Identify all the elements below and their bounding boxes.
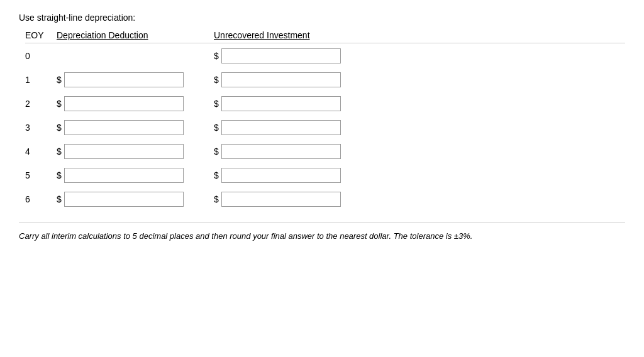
table-row: 1 $ $ <box>25 72 625 87</box>
eoy-label-0: 0 <box>25 51 57 61</box>
unrec-input-4[interactable] <box>221 144 341 159</box>
dollar-sign-unrec-0: $ <box>214 51 219 61</box>
unrec-input-0[interactable] <box>221 48 341 63</box>
eoy-label-4: 4 <box>25 146 57 157</box>
table-row: 3 $ $ <box>25 120 625 135</box>
unrec-input-3[interactable] <box>221 120 341 135</box>
dep-input-5[interactable] <box>64 168 184 183</box>
header-eoy: EOY <box>25 30 57 40</box>
footer-note: Carry all interim calculations to 5 deci… <box>19 222 625 241</box>
dollar-sign-unrec-1: $ <box>214 75 219 85</box>
eoy-label-1: 1 <box>25 75 57 85</box>
unrec-input-group-2: $ <box>214 96 358 111</box>
dep-input-group-2: $ <box>57 96 201 111</box>
eoy-label-3: 3 <box>25 123 57 133</box>
dep-input-group-5: $ <box>57 168 201 183</box>
unrec-input-1[interactable] <box>221 72 341 87</box>
table-row: 2 $ $ <box>25 96 625 111</box>
dollar-sign-unrec-5: $ <box>214 170 219 180</box>
dep-input-1[interactable] <box>64 72 184 87</box>
dep-input-2[interactable] <box>64 96 184 111</box>
header-unrecovered: Unrecovered Investment <box>214 30 358 40</box>
eoy-label-6: 6 <box>25 194 57 204</box>
dep-input-group-3: $ <box>57 120 201 135</box>
unrec-input-group-3: $ <box>214 120 358 135</box>
unrec-input-group-5: $ <box>214 168 358 183</box>
dollar-sign-unrec-4: $ <box>214 146 219 157</box>
unrec-input-group-6: $ <box>214 192 358 207</box>
unrec-input-group-0: $ <box>214 48 358 63</box>
dollar-sign-dep-5: $ <box>57 170 62 180</box>
dep-input-group-1: $ <box>57 72 201 87</box>
table-row: 4 $ $ <box>25 144 625 159</box>
dep-input-group-4: $ <box>57 144 201 159</box>
dep-input-3[interactable] <box>64 120 184 135</box>
header-depreciation: Depreciation Deduction <box>57 30 201 40</box>
dollar-sign-dep-2: $ <box>57 99 62 109</box>
table-row: 6 $ $ <box>25 192 625 207</box>
dollar-sign-unrec-2: $ <box>214 99 219 109</box>
unrec-input-group-4: $ <box>214 144 358 159</box>
dollar-sign-unrec-3: $ <box>214 123 219 133</box>
depreciation-table: EOY Depreciation Deduction Unrecovered I… <box>25 30 625 207</box>
table-row: 5 $ $ <box>25 168 625 183</box>
dep-input-6[interactable] <box>64 192 184 207</box>
unrec-input-6[interactable] <box>221 192 341 207</box>
instruction-text: Use straight-line depreciation: <box>19 13 625 23</box>
dollar-sign-dep-4: $ <box>57 146 62 157</box>
dollar-sign-dep-3: $ <box>57 123 62 133</box>
dollar-sign-dep-6: $ <box>57 194 62 204</box>
unrec-input-2[interactable] <box>221 96 341 111</box>
dollar-sign-dep-1: $ <box>57 75 62 85</box>
dep-input-4[interactable] <box>64 144 184 159</box>
dep-input-group-6: $ <box>57 192 201 207</box>
table-row: 0 $ <box>25 48 625 63</box>
dollar-sign-unrec-6: $ <box>214 194 219 204</box>
table-header: EOY Depreciation Deduction Unrecovered I… <box>25 30 625 43</box>
unrec-input-group-1: $ <box>214 72 358 87</box>
eoy-label-2: 2 <box>25 99 57 109</box>
unrec-input-5[interactable] <box>221 168 341 183</box>
eoy-label-5: 5 <box>25 170 57 180</box>
